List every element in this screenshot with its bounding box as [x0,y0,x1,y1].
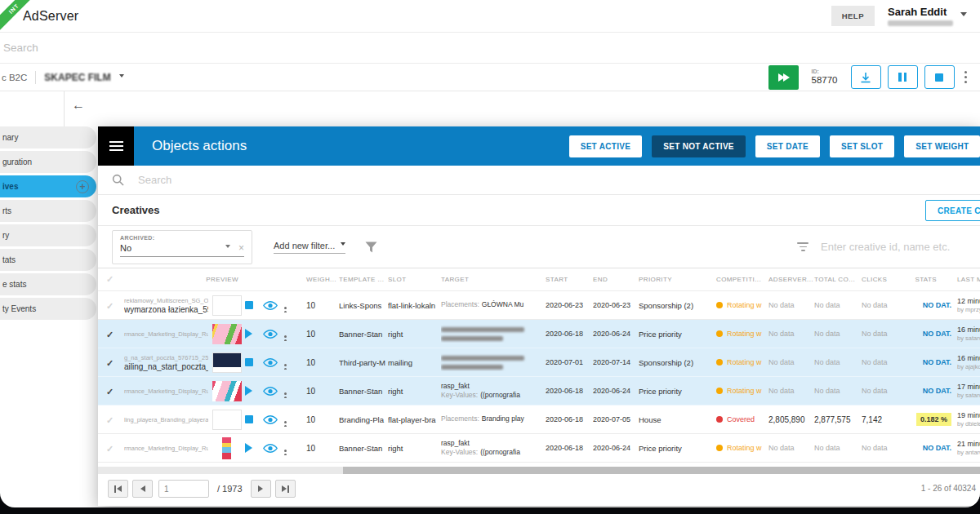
sidebar-item[interactable]: ives + [0,175,96,197]
row-menu-button[interactable] [284,298,302,312]
creative-preview-thumbnail[interactable] [212,410,242,430]
state-icon[interactable] [245,415,253,423]
col-header-stats[interactable]: STATS [901,276,953,283]
col-header-priority[interactable]: PRIORITY [639,276,716,283]
table-row[interactable]: ✓ rmance_Marketing_Display_Run_C 10 Bann… [98,434,980,463]
row-checkbox[interactable]: ✓ [106,358,114,368]
state-icon[interactable] [245,329,252,339]
chevron-down-icon[interactable] [225,245,230,250]
row-checkbox[interactable]: ✓ [106,444,114,454]
preview-eye-button[interactable] [263,444,284,453]
sidebar-item[interactable]: e stats [0,273,96,295]
creative-preview-thumbnail[interactable] [212,295,242,316]
set-slot-button[interactable]: SET SLOT [830,135,894,157]
archived-filter-value[interactable]: No [120,243,225,253]
status-dot-icon [716,445,723,451]
row-checkbox[interactable]: ✓ [106,415,114,425]
col-header-start[interactable]: START [546,276,593,283]
col-header-weight[interactable]: WEIGH... [245,276,339,283]
col-header-last-modified[interactable]: LAST M... [953,276,980,283]
select-all-checkbox[interactable]: ✓ [106,274,114,284]
create-creative-button[interactable]: CREATE CRE [925,200,980,221]
col-header-adserver[interactable]: ADSERVER... [768,276,814,283]
col-header-competition[interactable]: COMPETITI... [716,276,768,283]
stop-button[interactable] [924,65,955,89]
sidebar-item[interactable]: ry [0,224,96,246]
sidebar-item[interactable]: nary [0,126,96,148]
redacted-target-line [441,356,524,361]
panel-search-input[interactable] [136,173,463,187]
creative-preview-thumbnail[interactable] [212,381,242,401]
page-number-input[interactable] [158,480,209,498]
state-icon[interactable] [245,358,253,366]
creative-preview-thumbnail[interactable] [212,324,242,344]
row-checkbox[interactable]: ✓ [106,330,114,339]
back-arrow-icon[interactable]: ← [72,98,85,113]
preview-eye-button[interactable] [263,301,284,310]
row-checkbox[interactable]: ✓ [106,387,114,397]
menu-button[interactable] [98,126,134,166]
row-menu-button[interactable] [284,383,302,398]
preview-eye-button[interactable] [263,358,284,367]
table-row[interactable]: ✓ rmance_Marketing_Display_Run_C 10 Bann… [98,377,980,405]
creative-preview-thumbnail[interactable] [222,437,231,459]
quick-filter-input[interactable] [819,240,980,254]
creative-preview-thumbnail[interactable] [212,352,242,373]
help-button[interactable]: HELP [831,6,875,26]
archived-filter[interactable]: ARCHIVED: No × [112,230,252,264]
col-header-preview[interactable]: PREVIEW [122,276,245,283]
horizontal-scrollbar[interactable] [98,467,980,474]
competition-status: Rotating w [716,330,768,338]
table-row[interactable]: ✓ ling_playera_Branding_playera_50 10 Br… [98,405,980,434]
filter-funnel-icon[interactable] [365,241,377,253]
row-menu-button[interactable] [284,355,302,370]
col-header-end[interactable]: END [593,276,639,283]
competition-status: Rotating w [716,444,768,452]
set-not-active-button[interactable]: SET NOT ACTIVE [652,135,746,157]
kebab-icon [284,335,287,338]
row-menu-button[interactable] [284,441,302,455]
download-button[interactable] [851,65,881,89]
row-checkbox[interactable]: ✓ [106,301,114,311]
col-header-slot[interactable]: SLOT [388,276,441,283]
sidebar-item[interactable]: guration [0,151,96,173]
col-header-total[interactable]: TOTAL CO... [814,276,862,283]
state-icon[interactable] [245,443,252,453]
fast-forward-button[interactable] [768,65,799,90]
set-weight-button[interactable]: SET WEIGHT [904,135,980,157]
more-options-button[interactable] [964,71,968,74]
set-active-button[interactable]: SET ACTIVE [569,135,643,157]
table-row[interactable]: ✓ g_na_start_poczta_576715_25635 ailing_… [98,348,980,377]
preview-eye-button[interactable] [263,415,284,424]
col-header-target[interactable]: TARGET [441,276,546,283]
pause-button[interactable] [888,65,918,89]
breadcrumb[interactable]: c B2C [2,73,27,82]
table-row[interactable]: ✓ reklamowy_Multiscreen_SG_Onet wymarzon… [98,291,980,320]
global-search-input[interactable] [2,41,491,55]
campaign-bar: c B2C SKAPEC FILM ID: 58770 [0,64,980,91]
next-page-button[interactable] [251,480,271,498]
state-icon[interactable] [245,386,252,396]
preview-eye-button[interactable] [263,330,284,339]
start-date: 2020-07-01 [546,358,593,366]
col-header-template[interactable]: TEMPLATE ... [339,276,388,283]
sidebar-item[interactable]: ty Events [0,298,96,320]
add-circle-icon[interactable]: + [76,180,89,193]
scrollbar-thumb[interactable] [343,467,980,474]
set-date-button[interactable]: SET DATE [755,135,820,157]
preview-eye-button[interactable] [263,387,284,396]
add-filter-dropdown[interactable]: Add new filter... [274,241,345,254]
user-menu[interactable]: Sarah Eddit [888,6,967,26]
sidebar-item[interactable]: tats [0,249,96,271]
campaign-selector[interactable]: SKAPEC FILM [44,72,110,83]
first-page-button[interactable] [108,480,128,498]
table-row[interactable]: ✓ rmance_Marketing_Display_Run_C 10 Bann… [98,320,980,348]
clear-filter-icon[interactable]: × [238,242,244,254]
row-menu-button[interactable] [284,412,302,427]
row-menu-button[interactable] [284,326,302,341]
last-page-button[interactable] [275,480,296,498]
col-header-clicks[interactable]: CLICKS [862,276,901,283]
sidebar-item[interactable]: rts [0,200,96,222]
state-icon[interactable] [245,301,253,309]
previous-page-button[interactable] [132,480,153,498]
